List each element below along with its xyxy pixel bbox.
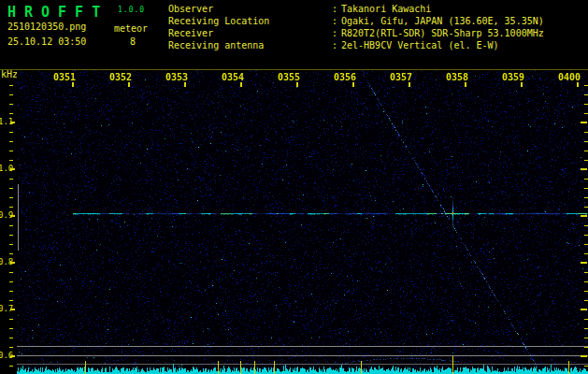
freq-minor-tick — [9, 104, 13, 105]
freq-minor-tick — [9, 132, 13, 133]
station-info-label: Receiving Location — [168, 15, 332, 27]
freq-minor-tick — [9, 85, 13, 86]
station-info-value: R820T2(RTL-SDR) SDR-Sharp 53.1000MHz — [341, 28, 544, 38]
hrofft-screen: HROFFT 1.0.0 2510120350.png meteor 25.10… — [0, 0, 588, 374]
freq-minor-tick-right — [584, 366, 588, 367]
freq-minor-tick — [9, 272, 13, 273]
freq-minor-tick-right — [584, 132, 588, 133]
freq-major-tick — [10, 309, 15, 310]
freq-major-tick — [10, 215, 15, 217]
freq-minor-tick-right — [584, 253, 588, 254]
freq-minor-tick — [9, 338, 13, 338]
freq-minor-tick — [9, 319, 13, 320]
station-info-value: Ogaki, Gifu, JAPAN (136.60E, 35.35N) — [341, 16, 544, 26]
time-tick-label: 0359 — [501, 72, 525, 82]
station-info-value: 2el-HB9CV Vertical (el. E-W) — [341, 40, 499, 50]
freq-minor-tick-right — [584, 272, 588, 273]
freq-minor-tick — [9, 300, 13, 301]
freq-minor-tick — [9, 179, 13, 180]
time-tick — [465, 82, 466, 87]
freq-minor-tick-right — [584, 244, 588, 245]
station-info: Observer:Takanori KawachiReceiving Locat… — [168, 3, 544, 51]
freq-minor-tick-right — [584, 113, 588, 114]
app-version: 1.0.0 — [118, 6, 145, 14]
time-tick — [240, 82, 242, 87]
freq-major-tick-right — [581, 122, 587, 123]
freq-minor-tick-right — [584, 281, 588, 282]
freq-major-tick-right — [581, 262, 587, 264]
freq-minor-tick — [9, 160, 13, 161]
freq-minor-tick-right — [584, 291, 588, 292]
time-tick-label: 0351 — [52, 72, 77, 82]
freq-minor-tick-right — [584, 235, 588, 236]
freq-minor-tick-right — [584, 225, 588, 226]
time-tick-label: 0356 — [333, 72, 357, 82]
freq-minor-tick — [9, 366, 13, 367]
station-info-separator: : — [332, 15, 341, 27]
time-tick-label: 0353 — [165, 72, 189, 82]
station-info-row: Receiving antenna:2el-HB9CV Vertical (el… — [168, 39, 544, 51]
output-filename: 2510120350.png — [7, 22, 86, 32]
freq-major-tick — [10, 168, 15, 170]
freq-minor-tick — [9, 328, 13, 329]
freq-minor-tick — [9, 141, 13, 142]
freq-minor-tick — [9, 235, 13, 236]
freq-minor-tick — [9, 225, 13, 226]
station-info-separator: : — [332, 3, 341, 15]
freq-minor-tick-right — [584, 104, 588, 105]
freq-minor-tick — [9, 253, 13, 254]
time-tick — [352, 82, 354, 87]
freq-major-tick-right — [581, 215, 587, 217]
freq-minor-tick-right — [584, 151, 588, 151]
freq-minor-tick-right — [584, 328, 588, 329]
freq-minor-tick-right — [584, 94, 588, 95]
station-info-label: Receiving antenna — [168, 39, 332, 51]
time-tick-label: 0400 — [557, 72, 581, 82]
freq-major-tick-right — [581, 355, 587, 357]
time-tick-label: 0357 — [389, 72, 413, 82]
station-info-label: Receiver — [168, 27, 332, 39]
freq-minor-tick — [9, 113, 13, 114]
time-tick — [409, 82, 410, 87]
freq-minor-tick-right — [584, 179, 588, 180]
freq-major-tick — [10, 355, 15, 357]
freq-minor-tick — [9, 244, 13, 245]
freq-minor-tick — [9, 188, 13, 189]
time-tick-label: 0355 — [277, 72, 301, 82]
observation-datetime: 25.10.12 03:50 — [7, 36, 86, 47]
freq-minor-tick-right — [584, 160, 588, 161]
spectrogram-canvas — [17, 70, 588, 374]
station-info-row: Receiving Location:Ogaki, Gifu, JAPAN (1… — [168, 15, 544, 27]
freq-minor-tick-right — [584, 197, 588, 198]
time-tick-label: 0352 — [108, 72, 133, 82]
station-info-row: Receiver:R820T2(RTL-SDR) SDR-Sharp 53.10… — [168, 27, 544, 39]
time-tick-label: 0358 — [445, 72, 469, 82]
time-tick — [128, 82, 130, 87]
freq-axis-unit: kHz — [1, 69, 18, 79]
time-tick-label: 0354 — [221, 72, 245, 82]
freq-minor-tick-right — [584, 319, 588, 320]
freq-minor-tick-right — [584, 85, 588, 86]
station-info-row: Observer:Takanori Kawachi — [168, 3, 544, 15]
echo-count: 8 — [130, 36, 136, 47]
mode-label: meteor — [114, 23, 148, 34]
freq-minor-tick — [9, 94, 13, 95]
freq-minor-tick-right — [584, 207, 588, 208]
freq-major-tick — [10, 262, 15, 264]
station-info-label: Observer — [168, 3, 332, 15]
freq-major-tick-right — [581, 309, 587, 310]
freq-major-tick-right — [581, 168, 587, 170]
freq-minor-tick-right — [584, 300, 588, 301]
freq-minor-tick-right — [584, 188, 588, 189]
freq-major-tick — [10, 122, 15, 123]
freq-minor-tick-right — [584, 141, 588, 142]
app-title: HROFFT — [7, 4, 108, 21]
time-tick — [72, 82, 74, 87]
freq-minor-tick — [9, 207, 13, 208]
time-tick — [521, 82, 523, 87]
station-info-separator: : — [332, 27, 341, 39]
freq-minor-tick-right — [584, 347, 588, 348]
freq-minor-tick-right — [584, 338, 588, 338]
freq-minor-tick — [9, 151, 13, 151]
freq-minor-tick — [9, 197, 13, 198]
